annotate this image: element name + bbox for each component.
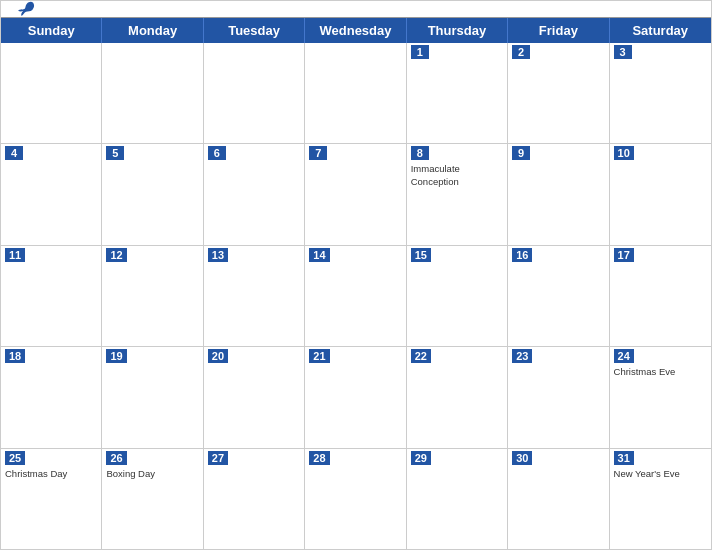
day-cell: 3 <box>610 43 711 143</box>
day-cell: 4 <box>1 144 102 244</box>
week-row: 123 <box>1 43 711 144</box>
day-number: 18 <box>5 349 25 363</box>
day-header: Saturday <box>610 18 711 43</box>
logo <box>17 1 37 17</box>
day-cell: 18 <box>1 347 102 447</box>
day-number: 20 <box>208 349 228 363</box>
day-header: Wednesday <box>305 18 406 43</box>
event-label: Christmas Eve <box>614 366 707 378</box>
day-number: 4 <box>5 146 23 160</box>
day-number: 23 <box>512 349 532 363</box>
week-row: 25Christmas Day26Boxing Day2728293031New… <box>1 449 711 549</box>
day-number: 16 <box>512 248 532 262</box>
header <box>1 1 711 17</box>
week-row: 45678Immaculate Conception910 <box>1 144 711 245</box>
day-headers-row: SundayMondayTuesdayWednesdayThursdayFrid… <box>1 18 711 43</box>
day-number: 17 <box>614 248 634 262</box>
logo-blue <box>17 1 37 17</box>
day-number: 5 <box>106 146 124 160</box>
day-number: 30 <box>512 451 532 465</box>
day-cell: 20 <box>204 347 305 447</box>
day-cell: 5 <box>102 144 203 244</box>
day-number: 19 <box>106 349 126 363</box>
day-number <box>208 45 226 47</box>
day-cell: 6 <box>204 144 305 244</box>
day-number: 29 <box>411 451 431 465</box>
day-number: 3 <box>614 45 632 59</box>
day-number: 11 <box>5 248 25 262</box>
day-cell: 28 <box>305 449 406 549</box>
day-number: 13 <box>208 248 228 262</box>
day-cell: 26Boxing Day <box>102 449 203 549</box>
day-number: 15 <box>411 248 431 262</box>
day-cell <box>204 43 305 143</box>
logo-bird-icon <box>17 1 35 17</box>
day-number: 2 <box>512 45 530 59</box>
day-cell: 1 <box>407 43 508 143</box>
day-cell: 14 <box>305 246 406 346</box>
day-cell: 22 <box>407 347 508 447</box>
day-number: 26 <box>106 451 126 465</box>
day-cell: 29 <box>407 449 508 549</box>
day-cell: 16 <box>508 246 609 346</box>
day-number <box>309 45 327 47</box>
day-number: 28 <box>309 451 329 465</box>
event-label: New Year's Eve <box>614 468 707 480</box>
day-cell: 21 <box>305 347 406 447</box>
day-cell: 15 <box>407 246 508 346</box>
day-cell: 19 <box>102 347 203 447</box>
day-cell: 10 <box>610 144 711 244</box>
day-number: 31 <box>614 451 634 465</box>
day-number: 25 <box>5 451 25 465</box>
day-cell: 8Immaculate Conception <box>407 144 508 244</box>
day-cell: 9 <box>508 144 609 244</box>
day-cell: 30 <box>508 449 609 549</box>
day-cell: 31New Year's Eve <box>610 449 711 549</box>
day-cell: 17 <box>610 246 711 346</box>
day-number: 8 <box>411 146 429 160</box>
day-cell <box>102 43 203 143</box>
day-cell <box>1 43 102 143</box>
day-number <box>5 45 23 47</box>
event-label: Christmas Day <box>5 468 97 480</box>
day-number: 24 <box>614 349 634 363</box>
event-label: Immaculate Conception <box>411 163 503 188</box>
day-number: 1 <box>411 45 429 59</box>
day-cell: 24Christmas Eve <box>610 347 711 447</box>
day-cell: 23 <box>508 347 609 447</box>
day-header: Thursday <box>407 18 508 43</box>
day-number: 9 <box>512 146 530 160</box>
weeks-container: 12345678Immaculate Conception91011121314… <box>1 43 711 549</box>
week-row: 11121314151617 <box>1 246 711 347</box>
day-header: Monday <box>102 18 203 43</box>
day-cell: 27 <box>204 449 305 549</box>
day-number: 14 <box>309 248 329 262</box>
day-header: Tuesday <box>204 18 305 43</box>
day-header: Friday <box>508 18 609 43</box>
day-cell <box>305 43 406 143</box>
day-cell: 12 <box>102 246 203 346</box>
day-cell: 2 <box>508 43 609 143</box>
day-number: 21 <box>309 349 329 363</box>
day-number: 27 <box>208 451 228 465</box>
day-header: Sunday <box>1 18 102 43</box>
event-label: Boxing Day <box>106 468 198 480</box>
calendar-grid: SundayMondayTuesdayWednesdayThursdayFrid… <box>1 17 711 549</box>
day-cell: 7 <box>305 144 406 244</box>
day-number: 12 <box>106 248 126 262</box>
day-number: 22 <box>411 349 431 363</box>
day-number: 10 <box>614 146 634 160</box>
week-row: 18192021222324Christmas Eve <box>1 347 711 448</box>
day-number: 6 <box>208 146 226 160</box>
day-number: 7 <box>309 146 327 160</box>
day-cell: 11 <box>1 246 102 346</box>
day-number <box>106 45 124 47</box>
calendar-page: SundayMondayTuesdayWednesdayThursdayFrid… <box>0 0 712 550</box>
day-cell: 13 <box>204 246 305 346</box>
day-cell: 25Christmas Day <box>1 449 102 549</box>
